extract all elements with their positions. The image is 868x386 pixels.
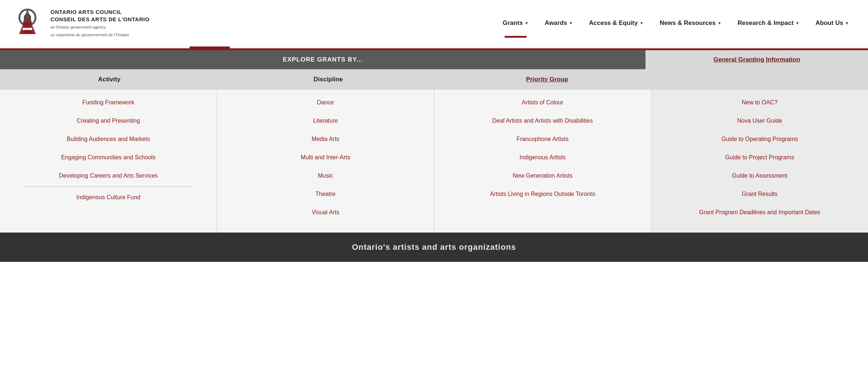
link-multi-inter-arts[interactable]: Multi and Inter-Arts [221, 148, 430, 167]
tagline-fr: un organisme du gouvernement de l'Ontari… [50, 32, 149, 38]
nav-access-equity[interactable]: Access & Equity ▼ [581, 16, 652, 30]
link-new-to-oac[interactable]: New to OAC? [655, 93, 864, 112]
link-grant-results[interactable]: Grant Results [655, 185, 864, 203]
org-name-en: ONTARIO ARTS COUNCIL [50, 8, 149, 16]
logo-area[interactable]: ONTARIO ARTS COUNCIL CONSEIL DES ARTS DE… [11, 7, 149, 40]
bottom-banner: Ontario's artists and arts organizations [0, 233, 868, 262]
site-header: ONTARIO ARTS COUNCIL CONSEIL DES ARTS DE… [0, 0, 868, 47]
tagline-en: an Ontario government agency [50, 25, 149, 30]
nav-about-us[interactable]: About Us ▼ [808, 16, 857, 30]
chevron-down-icon: ▼ [525, 21, 529, 25]
svg-point-6 [26, 16, 29, 19]
link-building-audiences[interactable]: Building Audiences and Markets [4, 130, 213, 148]
col-bodies-row: Funding Framework Creating and Presentin… [0, 90, 868, 233]
link-visual-arts[interactable]: Visual Arts [221, 203, 430, 222]
col-header-activity: Activity [0, 69, 219, 90]
nav-grants[interactable]: Grants ▼ [495, 16, 537, 30]
nav-awards[interactable]: Awards ▼ [537, 16, 581, 30]
org-name-fr: CONSEIL DES ARTS DE L'ONTARIO [50, 16, 149, 23]
link-theatre[interactable]: Theatre [221, 185, 430, 203]
col-body-priority: Artists of Colour Deaf Artists and Artis… [434, 90, 651, 233]
link-engaging-communities[interactable]: Engaging Communities and Schools [4, 148, 213, 167]
general-granting-header-area: General Granting Information [646, 50, 868, 69]
explore-header: EXPLORE GRANTS BY... [0, 50, 646, 69]
col-header-priority-group[interactable]: Priority Group [438, 69, 657, 90]
link-developing-careers[interactable]: Developing Careers and Arts Services [4, 167, 213, 185]
general-granting-link[interactable]: General Granting Information [713, 56, 800, 63]
chevron-down-icon: ▼ [796, 21, 800, 25]
link-grant-program-deadlines[interactable]: Grant Program Deadlines and Important Da… [655, 203, 864, 222]
link-indigenous-artists[interactable]: Indigenous Artists [438, 148, 647, 167]
link-nova-user-guide[interactable]: Nova User Guide [655, 112, 864, 130]
oac-logo-icon [11, 7, 44, 40]
col-body-general-granting: New to OAC? Nova User Guide Guide to Ope… [651, 90, 868, 233]
link-deaf-artists[interactable]: Deaf Artists and Artists with Disabiliti… [438, 112, 647, 130]
link-new-generation-artists[interactable]: New Generation Artists [438, 167, 647, 185]
link-artists-living-regions[interactable]: Artists Living in Regions Outside Toront… [438, 185, 647, 203]
activity-separator [25, 186, 192, 187]
link-funding-framework[interactable]: Funding Framework [4, 93, 213, 112]
link-dance[interactable]: Dance [221, 93, 430, 112]
link-guide-assessment[interactable]: Guide to Assessment [655, 167, 864, 185]
link-guide-project[interactable]: Guide to Project Programs [655, 148, 864, 167]
main-nav: Grants ▼ Awards ▼ Access & Equity ▼ News… [171, 16, 857, 30]
explore-header-area: EXPLORE GRANTS BY... [0, 50, 646, 69]
link-literature[interactable]: Literature [221, 112, 430, 130]
link-creating-presenting[interactable]: Creating and Presenting [4, 112, 213, 130]
col-header-right-spacer [657, 69, 868, 90]
col-body-activity: Funding Framework Creating and Presentin… [0, 90, 217, 233]
bottom-banner-text: Ontario's artists and arts organizations [352, 242, 516, 252]
grants-dropdown: EXPLORE GRANTS BY... General Granting In… [0, 48, 868, 233]
logo-text: ONTARIO ARTS COUNCIL CONSEIL DES ARTS DE… [50, 8, 149, 38]
col-header-discipline: Discipline [219, 69, 438, 90]
svg-rect-4 [23, 28, 32, 30]
chevron-down-icon: ▼ [845, 21, 849, 25]
col-headers-row: Activity Discipline Priority Group [0, 69, 868, 90]
link-music[interactable]: Music [221, 167, 430, 185]
link-artists-of-colour[interactable]: Artists of Colour [438, 93, 647, 112]
link-indigenous-culture-fund[interactable]: Indigenous Culture Fund [4, 188, 213, 207]
nav-research-impact[interactable]: Research & Impact ▼ [730, 16, 808, 30]
dropdown-top-row: EXPLORE GRANTS BY... General Granting In… [0, 50, 868, 69]
col-body-discipline: Dance Literature Media Arts Multi and In… [217, 90, 434, 233]
link-media-arts[interactable]: Media Arts [221, 130, 430, 148]
chevron-down-icon: ▼ [718, 21, 722, 25]
nav-news-resources[interactable]: News & Resources ▼ [652, 16, 730, 30]
chevron-down-icon: ▼ [640, 21, 644, 25]
link-francophone-artists[interactable]: Francophone Artists [438, 130, 647, 148]
link-guide-operating[interactable]: Guide to Operating Programs [655, 130, 864, 148]
chevron-down-icon: ▼ [569, 21, 573, 25]
